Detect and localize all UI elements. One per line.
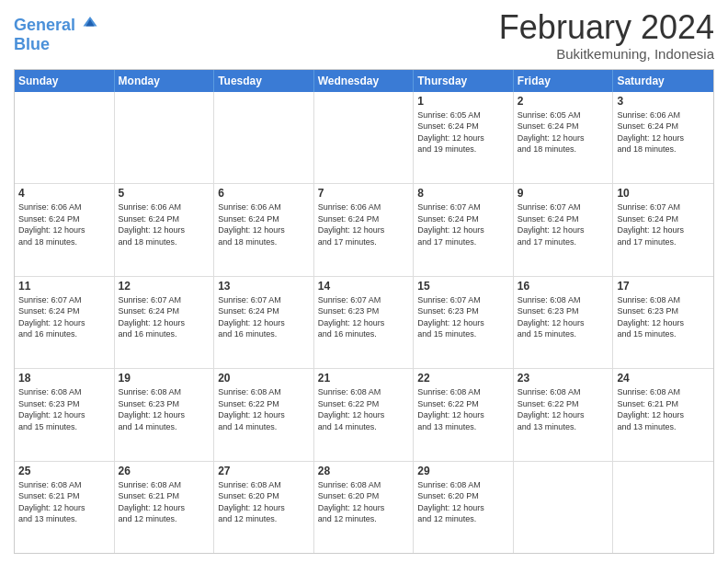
day-number: 24	[617, 372, 710, 385]
day-number: 7	[318, 187, 410, 200]
calendar-day-17: 17Sunrise: 6:08 AM Sunset: 6:23 PM Dayli…	[613, 277, 713, 368]
day-number: 14	[318, 280, 410, 293]
day-number: 11	[18, 280, 110, 293]
title-block: February 2024 Bukitkemuning, Indonesia	[499, 9, 714, 62]
calendar-day-16: 16Sunrise: 6:08 AM Sunset: 6:23 PM Dayli…	[514, 277, 614, 368]
calendar-week-5: 25Sunrise: 6:08 AM Sunset: 6:21 PM Dayli…	[15, 462, 713, 553]
day-number: 10	[617, 187, 710, 200]
calendar-day-22: 22Sunrise: 6:08 AM Sunset: 6:22 PM Dayli…	[414, 369, 514, 460]
day-number: 17	[617, 280, 710, 293]
day-info: Sunrise: 6:08 AM Sunset: 6:21 PM Dayligh…	[617, 386, 710, 432]
day-info: Sunrise: 6:07 AM Sunset: 6:23 PM Dayligh…	[417, 294, 509, 340]
day-info: Sunrise: 6:05 AM Sunset: 6:24 PM Dayligh…	[417, 109, 509, 155]
calendar-day-8: 8Sunrise: 6:07 AM Sunset: 6:24 PM Daylig…	[414, 184, 514, 275]
day-info: Sunrise: 6:07 AM Sunset: 6:24 PM Dayligh…	[119, 294, 210, 340]
calendar: SundayMondayTuesdayWednesdayThursdayFrid…	[14, 69, 714, 554]
calendar-day-7: 7Sunrise: 6:06 AM Sunset: 6:24 PM Daylig…	[314, 184, 415, 275]
calendar-day-1: 1Sunrise: 6:05 AM Sunset: 6:24 PM Daylig…	[414, 92, 514, 183]
calendar-empty-cell	[314, 92, 415, 183]
day-info: Sunrise: 6:06 AM Sunset: 6:24 PM Dayligh…	[318, 201, 410, 247]
calendar-day-20: 20Sunrise: 6:08 AM Sunset: 6:22 PM Dayli…	[214, 369, 314, 460]
calendar-day-23: 23Sunrise: 6:08 AM Sunset: 6:22 PM Dayli…	[514, 369, 614, 460]
day-number: 18	[18, 372, 110, 385]
day-header-sunday: Sunday	[15, 70, 115, 92]
calendar-day-12: 12Sunrise: 6:07 AM Sunset: 6:24 PM Dayli…	[115, 277, 215, 368]
header: General Blue February 2024 Bukitkemuning…	[14, 9, 714, 62]
calendar-day-11: 11Sunrise: 6:07 AM Sunset: 6:24 PM Dayli…	[15, 277, 115, 368]
day-info: Sunrise: 6:08 AM Sunset: 6:21 PM Dayligh…	[18, 479, 110, 525]
page: General Blue February 2024 Bukitkemuning…	[0, 0, 728, 563]
calendar-day-13: 13Sunrise: 6:07 AM Sunset: 6:24 PM Dayli…	[214, 277, 314, 368]
calendar-day-27: 27Sunrise: 6:08 AM Sunset: 6:20 PM Dayli…	[214, 462, 314, 553]
day-info: Sunrise: 6:07 AM Sunset: 6:23 PM Dayligh…	[318, 294, 410, 340]
calendar-day-10: 10Sunrise: 6:07 AM Sunset: 6:24 PM Dayli…	[613, 184, 713, 275]
day-info: Sunrise: 6:08 AM Sunset: 6:20 PM Dayligh…	[218, 479, 310, 525]
day-number: 27	[218, 465, 310, 477]
calendar-header: SundayMondayTuesdayWednesdayThursdayFrid…	[15, 70, 713, 92]
day-info: Sunrise: 6:07 AM Sunset: 6:24 PM Dayligh…	[218, 294, 310, 340]
day-info: Sunrise: 6:07 AM Sunset: 6:24 PM Dayligh…	[417, 201, 509, 247]
day-header-monday: Monday	[115, 70, 215, 92]
day-number: 8	[417, 187, 509, 200]
day-number: 15	[417, 280, 509, 293]
day-info: Sunrise: 6:08 AM Sunset: 6:23 PM Dayligh…	[518, 294, 609, 340]
day-header-thursday: Thursday	[414, 70, 514, 92]
subtitle: Bukitkemuning, Indonesia	[499, 46, 714, 62]
day-info: Sunrise: 6:08 AM Sunset: 6:20 PM Dayligh…	[417, 479, 509, 525]
calendar-day-21: 21Sunrise: 6:08 AM Sunset: 6:22 PM Dayli…	[314, 369, 415, 460]
calendar-day-26: 26Sunrise: 6:08 AM Sunset: 6:21 PM Dayli…	[115, 462, 215, 553]
day-header-saturday: Saturday	[613, 70, 713, 92]
day-number: 4	[18, 187, 110, 200]
day-number: 20	[218, 372, 310, 385]
calendar-day-5: 5Sunrise: 6:06 AM Sunset: 6:24 PM Daylig…	[115, 184, 215, 275]
day-info: Sunrise: 6:08 AM Sunset: 6:20 PM Dayligh…	[318, 479, 410, 525]
calendar-day-19: 19Sunrise: 6:08 AM Sunset: 6:23 PM Dayli…	[115, 369, 215, 460]
calendar-day-28: 28Sunrise: 6:08 AM Sunset: 6:20 PM Dayli…	[314, 462, 415, 553]
day-number: 26	[119, 465, 210, 477]
day-number: 29	[417, 465, 509, 477]
calendar-week-4: 18Sunrise: 6:08 AM Sunset: 6:23 PM Dayli…	[15, 369, 713, 461]
day-header-friday: Friday	[514, 70, 614, 92]
logo-icon	[82, 14, 98, 30]
day-number: 21	[318, 372, 410, 385]
calendar-day-24: 24Sunrise: 6:08 AM Sunset: 6:21 PM Dayli…	[613, 369, 713, 460]
logo-text: General Blue	[14, 14, 98, 54]
calendar-day-4: 4Sunrise: 6:06 AM Sunset: 6:24 PM Daylig…	[15, 184, 115, 275]
day-info: Sunrise: 6:08 AM Sunset: 6:23 PM Dayligh…	[18, 386, 110, 432]
day-number: 25	[18, 465, 110, 477]
calendar-week-2: 4Sunrise: 6:06 AM Sunset: 6:24 PM Daylig…	[15, 184, 713, 276]
day-number: 19	[119, 372, 210, 385]
calendar-empty-cell	[514, 462, 614, 553]
day-info: Sunrise: 6:06 AM Sunset: 6:24 PM Dayligh…	[218, 201, 310, 247]
day-number: 23	[518, 372, 609, 385]
logo-general: General	[14, 16, 75, 34]
day-number: 28	[318, 465, 410, 477]
calendar-day-2: 2Sunrise: 6:05 AM Sunset: 6:24 PM Daylig…	[514, 92, 614, 183]
day-number: 5	[119, 187, 210, 200]
calendar-empty-cell	[15, 92, 115, 183]
day-number: 13	[218, 280, 310, 293]
day-info: Sunrise: 6:05 AM Sunset: 6:24 PM Dayligh…	[518, 109, 609, 155]
calendar-day-18: 18Sunrise: 6:08 AM Sunset: 6:23 PM Dayli…	[15, 369, 115, 460]
day-number: 22	[417, 372, 509, 385]
calendar-day-25: 25Sunrise: 6:08 AM Sunset: 6:21 PM Dayli…	[15, 462, 115, 553]
calendar-day-14: 14Sunrise: 6:07 AM Sunset: 6:23 PM Dayli…	[314, 277, 415, 368]
main-title: February 2024	[499, 9, 714, 46]
day-info: Sunrise: 6:08 AM Sunset: 6:23 PM Dayligh…	[617, 294, 710, 340]
day-info: Sunrise: 6:07 AM Sunset: 6:24 PM Dayligh…	[617, 201, 710, 247]
day-number: 9	[518, 187, 609, 200]
calendar-empty-cell	[613, 462, 713, 553]
calendar-day-9: 9Sunrise: 6:07 AM Sunset: 6:24 PM Daylig…	[514, 184, 614, 275]
day-number: 3	[617, 95, 710, 108]
day-info: Sunrise: 6:08 AM Sunset: 6:22 PM Dayligh…	[518, 386, 609, 432]
day-info: Sunrise: 6:08 AM Sunset: 6:23 PM Dayligh…	[119, 386, 210, 432]
calendar-day-3: 3Sunrise: 6:06 AM Sunset: 6:24 PM Daylig…	[613, 92, 713, 183]
day-header-tuesday: Tuesday	[214, 70, 314, 92]
day-number: 12	[119, 280, 210, 293]
calendar-day-6: 6Sunrise: 6:06 AM Sunset: 6:24 PM Daylig…	[214, 184, 314, 275]
day-info: Sunrise: 6:06 AM Sunset: 6:24 PM Dayligh…	[18, 201, 110, 247]
day-header-wednesday: Wednesday	[314, 70, 415, 92]
day-number: 6	[218, 187, 310, 200]
day-number: 16	[518, 280, 609, 293]
logo: General Blue	[14, 9, 98, 54]
